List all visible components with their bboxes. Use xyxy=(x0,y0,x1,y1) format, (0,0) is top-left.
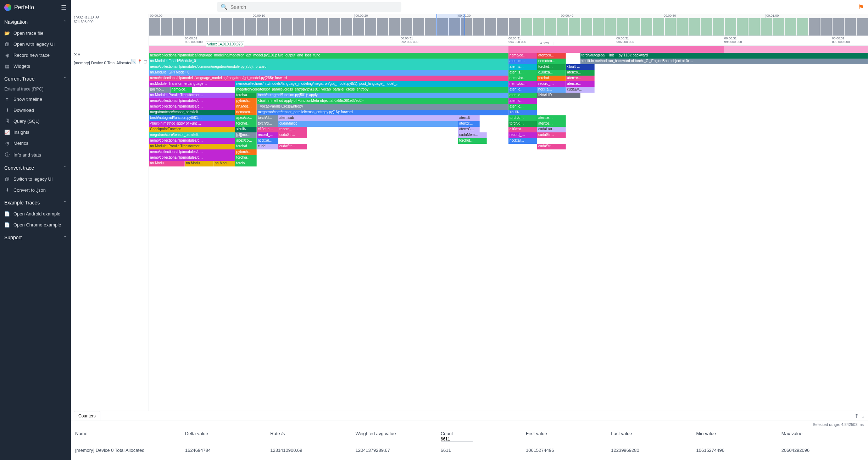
flame-slice[interactable]: cudaStr… xyxy=(537,132,566,138)
info-stats[interactable]: ⓘInfo and stats xyxy=(0,149,71,161)
flame-slice[interactable]: aten::m… xyxy=(508,59,537,64)
flame-slice[interactable]: [pl][mo… xyxy=(149,87,171,93)
flame-slice[interactable]: nemo/collections/nlp/models/language_mod… xyxy=(235,81,508,87)
flame-slice[interactable]: pytorch… xyxy=(235,149,257,155)
flame-slice[interactable]: torch/… xyxy=(235,161,257,166)
flame-slice[interactable]: aten::co… xyxy=(537,53,566,59)
flame-slice[interactable]: cudaEv… xyxy=(566,87,595,93)
track-collapse-controls[interactable]: ✕ ≡ xyxy=(74,52,80,57)
flame-slice[interactable]: nn.Modu… xyxy=(185,161,213,166)
flame-slice[interactable]: nn.Mod… xyxy=(235,104,257,110)
column-header[interactable]: Min value xyxy=(696,431,778,442)
flame-slice[interactable]: aten::s… xyxy=(508,64,537,70)
flame-slice[interactable]: nn.Modu… xyxy=(214,161,235,166)
flame-slice[interactable]: nemo/co… xyxy=(171,87,192,93)
flame-slice[interactable]: aten::c… xyxy=(508,104,537,110)
flame-slice[interactable]: aten::c… xyxy=(458,121,480,127)
flame-slice[interactable]: apex/co… xyxy=(235,115,257,121)
overview-selection[interactable] xyxy=(436,14,465,35)
flame-slice[interactable]: apex/co… xyxy=(235,138,257,144)
flame-graph[interactable]: nemo/collections/nlp/modules/language_mo… xyxy=(149,53,868,166)
flame-slice[interactable]: nemo/co… xyxy=(508,53,537,59)
panel-collapse-icon[interactable]: ⌄ xyxy=(861,413,865,419)
flame-slice[interactable]: aten::e… xyxy=(537,115,566,121)
flame-slice[interactable]: c10d::a… xyxy=(508,127,537,132)
flame-slice[interactable]: <built-… xyxy=(508,110,537,115)
flame-slice[interactable]: cudaMalloc xyxy=(278,121,458,127)
search-box[interactable]: 🔍 xyxy=(217,2,401,12)
column-header[interactable]: Rate /s xyxy=(270,431,352,442)
flame-slice[interactable]: aten::e… xyxy=(537,121,566,127)
panel-up-icon[interactable]: ⤒ xyxy=(855,413,859,419)
flame-slice[interactable]: torch/autograd/__init__.py(118): backwar… xyxy=(580,53,868,59)
flame-slice[interactable]: cudaLau… xyxy=(537,127,566,132)
flame-slice[interactable]: megatron/core/tensor_parallel/cross_entr… xyxy=(235,87,508,93)
flame-slice[interactable]: nemo/co… xyxy=(537,59,566,64)
flame-slice[interactable]: torch/d… xyxy=(458,138,487,144)
flame-slice[interactable]: aten::c… xyxy=(508,93,537,98)
memory-counter-track[interactable]: value: 14,010,108,928 xyxy=(149,46,868,53)
flame-slice[interactable]: [pl][mo… xyxy=(235,132,257,138)
flame-slice[interactable]: c10d::a… xyxy=(257,127,278,132)
time-axis[interactable]: 00:00:31990 000 00000:00:31992 000 00000… xyxy=(149,36,868,46)
flame-slice[interactable]: aten::e… xyxy=(566,76,595,81)
switch-legacy[interactable]: 🗐Switch to legacy UI xyxy=(0,174,71,185)
flame-slice[interactable]: nemo/collections/nlp/modules/c… xyxy=(149,98,235,104)
flame-slice[interactable]: aten::s… xyxy=(508,70,537,76)
chart-type-icon[interactable]: 📉 xyxy=(131,59,136,64)
column-header[interactable]: Weighted avg value xyxy=(355,431,438,442)
flame-slice[interactable]: cudaMem… xyxy=(458,132,487,138)
column-header[interactable]: Count xyxy=(441,431,523,442)
tab-counters[interactable]: Counters xyxy=(74,411,100,421)
flame-slice[interactable]: nn.Module: ParallelTransformer… xyxy=(149,144,235,149)
flame-slice[interactable]: cudaStr… xyxy=(278,144,307,149)
flame-slice[interactable]: _VocabParallelCrossEntropy xyxy=(257,104,508,110)
flame-slice[interactable]: torch/d… xyxy=(508,115,537,121)
section-header[interactable]: Convert trace⌃ xyxy=(0,161,71,174)
flame-slice[interactable]: cudaStr… xyxy=(537,144,566,149)
flame-slice[interactable]: record_… xyxy=(537,81,566,87)
insights[interactable]: 📈Insights xyxy=(0,127,71,138)
flame-slice[interactable]: aten::e… xyxy=(566,81,595,87)
flame-slice[interactable]: <built-… xyxy=(566,64,595,70)
flame-slice[interactable]: torch/d… xyxy=(257,121,278,127)
flame-slice[interactable]: nccl::al… xyxy=(257,138,278,144)
search-input[interactable] xyxy=(230,4,398,10)
flame-slice[interactable]: aten::C… xyxy=(458,127,480,132)
flame-slice[interactable]: torch/d… xyxy=(508,121,537,127)
flame-slice[interactable]: nn.Module: GPTModel_0 xyxy=(149,70,508,76)
flame-slice[interactable]: nemo/collections/nlp/modules/language_mo… xyxy=(149,53,508,59)
flame-slice[interactable]: nn.Modu… xyxy=(149,161,185,166)
section-header[interactable]: Navigation⌃ xyxy=(0,15,71,28)
flame-slice[interactable]: nn.Module: Float16Module_0 xyxy=(149,59,508,64)
flame-slice[interactable]: nemo/collections/nlp/models/language_mod… xyxy=(149,76,508,81)
flame-slice[interactable]: nccl::a… xyxy=(537,87,566,93)
column-header[interactable]: Last value xyxy=(611,431,693,442)
flame-slice[interactable]: CheckpointFunction xyxy=(149,127,235,132)
record-new-trace[interactable]: ◉Record new trace xyxy=(0,50,71,61)
flame-slice[interactable]: nemo/collections/nlp/modules/c… xyxy=(149,104,235,110)
flame-slice[interactable]: nemo/collections/nlp/modules/c… xyxy=(149,149,235,155)
flame-slice[interactable]: torch/d… xyxy=(235,144,257,149)
flame-slice[interactable]: pytorch… xyxy=(235,98,257,104)
column-header[interactable]: First value xyxy=(526,431,608,442)
open-legacy-ui[interactable]: 🗐Open with legacy UI xyxy=(0,39,71,50)
download[interactable]: ⬇Download xyxy=(0,105,71,116)
flame-slice[interactable]: torch/a… xyxy=(235,93,257,98)
flag-icon[interactable]: ⚑ xyxy=(858,3,864,11)
flame-slice[interactable]: nemo/co… xyxy=(508,81,537,87)
convert-json[interactable]: ⬇Convert to .json xyxy=(0,185,71,196)
flame-slice[interactable]: aten::o… xyxy=(566,70,595,76)
android-example[interactable]: 📄Open Android example xyxy=(0,208,71,219)
flame-slice[interactable]: torch/autograd/function.py(501): apply xyxy=(257,93,508,98)
flame-slice[interactable]: record_… xyxy=(257,132,278,138)
section-header[interactable]: Current Trace⌃ xyxy=(0,72,71,84)
column-header[interactable]: Delta value xyxy=(185,431,267,442)
flame-slice[interactable]: aten::c… xyxy=(508,87,537,93)
pin-icon[interactable]: 📍 xyxy=(137,59,142,64)
show-timeline[interactable]: ≡Show timeline xyxy=(0,94,71,105)
flame-slice[interactable]: nemo/collections/nlp/modules/c… xyxy=(149,138,235,144)
widgets[interactable]: ▦Widgets xyxy=(0,61,71,72)
flame-slice[interactable]: nccl::al… xyxy=(508,138,537,144)
overview-timeline[interactable]: 00:00:0000:00:1000:00:2000:00:3000:00:40… xyxy=(149,14,868,36)
